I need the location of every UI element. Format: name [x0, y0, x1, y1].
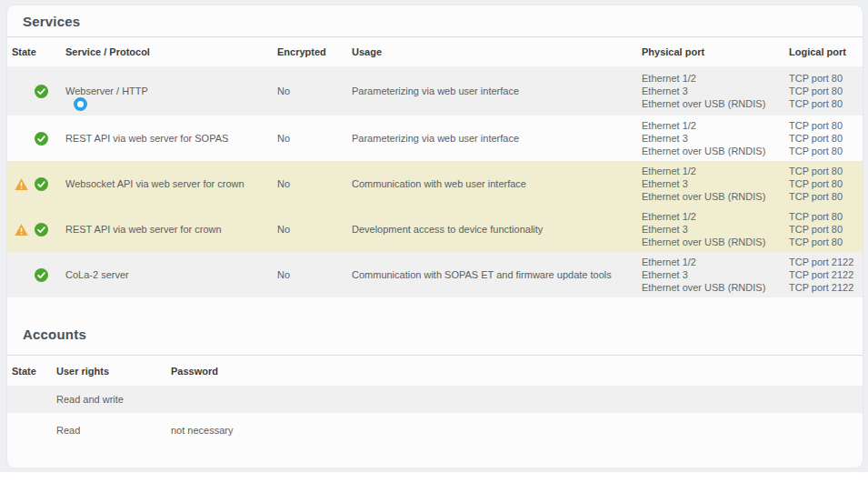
service-name: Webserver / HTTP — [65, 86, 277, 96]
warning-icon — [15, 223, 28, 236]
physical-port-line: Ethernet 1/2 — [642, 256, 789, 268]
physical-port-line: Ethernet 3 — [642, 268, 789, 281]
column-header-state: State — [12, 46, 65, 57]
column-header-user-rights: User rights — [56, 366, 171, 377]
account-user-rights: Read and write — [56, 394, 171, 405]
physical-port-line: Ethernet 1/2 — [642, 72, 789, 85]
service-encrypted: No — [277, 224, 352, 235]
logical-port-line: TCP port 80 — [789, 210, 863, 223]
logical-port-line: TCP port 80 — [789, 97, 863, 110]
physical-port-line: Ethernet over USB (RNDIS) — [642, 190, 789, 203]
service-row: Webserver / HTTPNoParameterizing via web… — [7, 66, 863, 116]
content-panel: Services State Service / Protocol Encryp… — [7, 5, 863, 468]
check-circle-icon — [35, 268, 48, 282]
logical-port-line: TCP port 80 — [789, 190, 863, 203]
column-header-service-protocol: Service / Protocol — [65, 46, 277, 57]
column-header-encrypted: Encrypted — [277, 46, 352, 57]
logical-port-line: TCP port 80 — [789, 72, 863, 85]
logical-port-line: TCP port 2122 — [789, 281, 863, 294]
warning-icon — [15, 177, 28, 191]
physical-port-line: Ethernet 3 — [642, 223, 789, 236]
logical-port-line: TCP port 80 — [789, 85, 863, 97]
check-circle-icon — [35, 132, 48, 146]
physical-port-line: Ethernet 1/2 — [642, 119, 789, 132]
logical-port-line: TCP port 80 — [789, 165, 863, 177]
service-usage: Parameterizing via web user interface — [352, 86, 642, 96]
check-circle-icon — [35, 177, 48, 191]
service-state-cell — [12, 252, 65, 297]
physical-port-line: Ethernet over USB (RNDIS) — [642, 281, 789, 294]
accounts-table-body: Read and writeReadnot necessary — [7, 386, 863, 447]
account-row: Readnot necessary — [7, 413, 863, 447]
account-row: Read and write — [7, 386, 863, 413]
logical-port-line: TCP port 2122 — [789, 268, 863, 281]
service-usage: Development access to device functionali… — [352, 224, 642, 235]
physical-port-cell: Ethernet 1/2Ethernet 3Ethernet over USB … — [642, 68, 789, 114]
logical-port-line: TCP port 80 — [789, 145, 863, 157]
physical-port-line: Ethernet over USB (RNDIS) — [642, 236, 789, 248]
physical-port-cell: Ethernet 1/2Ethernet 3Ethernet over USB … — [642, 252, 789, 297]
services-table-body: Webserver / HTTPNoParameterizing via web… — [7, 66, 863, 297]
service-encrypted: No — [277, 133, 352, 144]
logical-port-line: TCP port 80 — [789, 223, 863, 236]
physical-port-line: Ethernet 1/2 — [642, 210, 789, 223]
service-encrypted: No — [277, 269, 352, 280]
service-state-cell — [12, 206, 65, 252]
physical-port-line: Ethernet 1/2 — [642, 165, 789, 177]
service-name: REST API via web server for crown — [65, 224, 277, 235]
physical-port-line: Ethernet 3 — [642, 85, 789, 97]
click-indicator — [74, 97, 87, 111]
physical-port-cell: Ethernet 1/2Ethernet 3Ethernet over USB … — [642, 116, 789, 161]
logical-port-line: TCP port 80 — [789, 119, 863, 132]
page-background: Services State Service / Protocol Encryp… — [0, 0, 868, 483]
service-name: Websocket API via web server for crown — [65, 178, 277, 189]
logical-port-cell: TCP port 80TCP port 80TCP port 80 — [789, 116, 863, 161]
column-header-usage: Usage — [352, 46, 642, 57]
logical-port-cell: TCP port 80TCP port 80TCP port 80 — [789, 68, 863, 114]
accounts-table-header: State User rights Password — [7, 356, 863, 386]
physical-port-line: Ethernet over USB (RNDIS) — [642, 145, 789, 157]
physical-port-line: Ethernet over USB (RNDIS) — [642, 97, 789, 110]
service-row: REST API via web server for SOPASNoParam… — [7, 116, 863, 161]
service-name: REST API via web server for SOPAS — [65, 133, 277, 144]
service-usage: Parameterizing via web user interface — [352, 133, 642, 144]
check-circle-icon — [35, 85, 48, 98]
account-user-rights: Read — [56, 425, 171, 436]
service-usage: Communication with web user interface — [352, 178, 642, 189]
column-header-password: Password — [171, 366, 863, 377]
physical-port-cell: Ethernet 1/2Ethernet 3Ethernet over USB … — [642, 161, 789, 206]
account-password: not necessary — [171, 425, 863, 436]
physical-port-line: Ethernet 3 — [642, 132, 789, 145]
service-name: CoLa-2 server — [65, 269, 277, 280]
logical-port-line: TCP port 80 — [789, 177, 863, 190]
logical-port-line: TCP port 80 — [789, 132, 863, 145]
logical-port-cell: TCP port 2122TCP port 2122TCP port 2122 — [789, 252, 863, 297]
service-usage: Communication with SOPAS ET and firmware… — [352, 269, 642, 280]
service-row: Websocket API via web server for crownNo… — [7, 161, 863, 206]
logical-port-line: TCP port 80 — [789, 236, 863, 248]
physical-port-cell: Ethernet 1/2Ethernet 3Ethernet over USB … — [642, 206, 789, 252]
service-encrypted: No — [277, 86, 352, 96]
column-header-physical-port: Physical port — [642, 46, 789, 57]
service-state-cell — [12, 66, 65, 116]
accounts-section-title: Accounts — [7, 297, 863, 355]
logical-port-cell: TCP port 80TCP port 80TCP port 80 — [789, 206, 863, 252]
service-state-cell — [12, 161, 65, 206]
service-row: CoLa-2 serverNoCommunication with SOPAS … — [7, 252, 863, 297]
service-encrypted: No — [277, 178, 352, 189]
service-state-cell — [12, 116, 65, 161]
logical-port-cell: TCP port 80TCP port 80TCP port 80 — [789, 161, 863, 206]
service-row: REST API via web server for crownNoDevel… — [7, 206, 863, 252]
logical-port-line: TCP port 2122 — [789, 256, 863, 268]
column-header-logical-port: Logical port — [789, 46, 863, 57]
services-section-title: Services — [7, 5, 863, 36]
physical-port-line: Ethernet 3 — [642, 177, 789, 190]
services-table-header: State Service / Protocol Encrypted Usage… — [7, 37, 863, 66]
check-circle-icon — [35, 223, 48, 236]
column-header-account-state: State — [12, 366, 56, 377]
